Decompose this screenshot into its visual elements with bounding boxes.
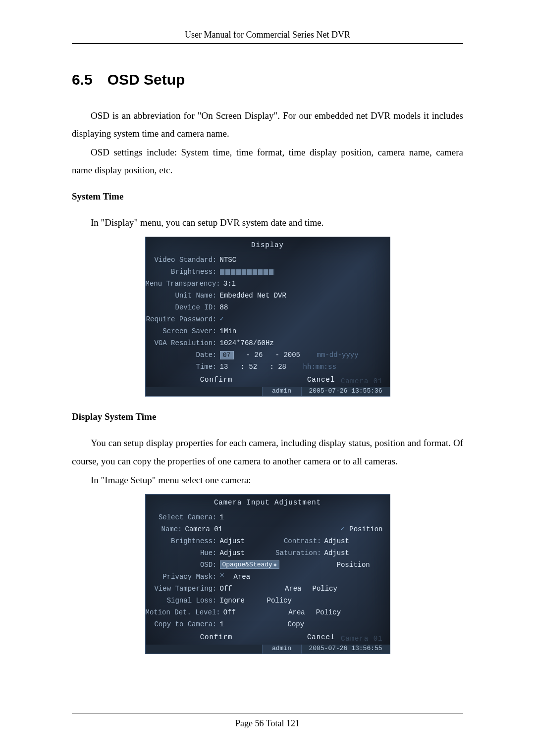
require-password-checkbox[interactable]: [220, 316, 227, 323]
value-video-standard[interactable]: NTSC: [220, 256, 237, 264]
time-hour[interactable]: 13: [220, 363, 228, 371]
cancel-button[interactable]: Cancel: [307, 376, 335, 384]
statusbar-display: admin 2005-07-26 13:55:36: [146, 387, 390, 396]
time-sec[interactable]: 28: [278, 363, 286, 371]
brightness-slider[interactable]: [220, 269, 274, 275]
page-footer: Page 56 Total 121: [72, 713, 463, 729]
label-contrast: Contrast:: [267, 537, 324, 545]
section-number: 6.5: [72, 71, 93, 88]
date-year[interactable]: 2005: [283, 351, 300, 359]
label-vga-resolution: VGA Resolution:: [146, 339, 220, 347]
footer-page-label: Page: [235, 718, 253, 728]
sl-policy-button[interactable]: Policy: [267, 597, 292, 605]
date-day[interactable]: 26: [255, 351, 263, 359]
motion-area-button[interactable]: Area: [270, 608, 305, 616]
label-unit-name: Unit Name:: [146, 292, 220, 300]
label-copy-to: Copy to Camera:: [146, 620, 220, 628]
camera-title: Camera Input Adjustment: [146, 495, 390, 511]
label-hue: Hue:: [146, 549, 220, 557]
confirm-button-2[interactable]: Confirm: [200, 633, 233, 641]
date-format: mm-dd-yyyy: [317, 351, 359, 359]
label-require-password: Require Password:: [146, 315, 220, 323]
signal-loss-value[interactable]: Ignore: [220, 597, 267, 605]
body-paragraph-1: OSD is an abbreviation for "On Screen Di…: [72, 107, 463, 143]
time-min[interactable]: 52: [249, 363, 257, 371]
body-paragraph-2: OSD settings include: System time, time …: [72, 144, 463, 179]
display-title: Display: [146, 237, 390, 254]
footer-page-num: 56: [255, 718, 264, 728]
select-camera-value[interactable]: 1: [220, 513, 224, 521]
label-privacy-mask: Privacy Mask:: [146, 573, 220, 581]
saturation-adjust-button[interactable]: Adjust: [324, 549, 349, 557]
view-tampering-value[interactable]: Off: [220, 585, 267, 593]
label-view-tampering: View Tampering:: [146, 585, 220, 593]
label-name: Name:: [146, 525, 185, 533]
footer-total-num: 121: [286, 718, 300, 728]
subheading-display-system-time: Display System Time: [72, 411, 463, 422]
figure-camera-menu: Camera Input Adjustment Select Camera:1 …: [72, 494, 463, 654]
time-sep-1: :: [241, 363, 245, 371]
section-title: OSD Setup: [107, 71, 185, 88]
dvr-camera-menu: Camera Input Adjustment Select Camera:1 …: [145, 494, 390, 654]
copy-button[interactable]: Copy: [288, 620, 305, 628]
time-sep-2: :: [269, 363, 273, 371]
motion-value[interactable]: Off: [223, 608, 270, 616]
footer-total-label: Total: [266, 718, 284, 728]
privacy-area-button[interactable]: Area: [234, 573, 251, 581]
hue-adjust-button[interactable]: Adjust: [220, 549, 267, 557]
contrast-adjust-button[interactable]: Adjust: [324, 537, 349, 545]
osd-mode-select[interactable]: Opaque&Steady◆: [220, 560, 279, 569]
vt-area-button[interactable]: Area: [267, 585, 302, 593]
time-field[interactable]: 13 : 52 : 28 hh:mm:ss: [220, 363, 336, 371]
section-heading: 6.5OSD Setup: [72, 71, 463, 88]
cancel-button-2[interactable]: Cancel: [307, 633, 335, 641]
value-unit-name[interactable]: Embedded Net DVR: [220, 292, 286, 300]
vt-policy-button[interactable]: Policy: [313, 585, 337, 593]
body-paragraph-3: In "Display" menu, you can setup DVR sys…: [72, 214, 463, 232]
date-month-input[interactable]: 07: [220, 351, 234, 359]
motion-policy-button[interactable]: Policy: [316, 608, 341, 616]
subheading-system-time: System Time: [72, 191, 463, 202]
label-saturation: Saturation:: [267, 549, 324, 557]
status-timestamp-2: 2005-07-26 13:56:55: [302, 645, 390, 654]
page-container: User Manual for Commercial Series Net DV…: [0, 0, 535, 756]
label-time: Time:: [146, 363, 220, 371]
body-paragraph-4: You can setup display properties for eac…: [72, 434, 463, 470]
camera-name-input[interactable]: Camera 01: [185, 525, 341, 533]
label-device-id: Device ID:: [146, 303, 220, 311]
page-content: 6.5OSD Setup OSD is an abbreviation for …: [72, 71, 463, 654]
name-position-button[interactable]: Position: [349, 525, 382, 533]
date-sep-1: -: [246, 351, 250, 359]
label-menu-transparency: Menu Transparency:: [146, 280, 223, 288]
brightness-adjust-button[interactable]: Adjust: [220, 537, 267, 545]
value-vga-resolution[interactable]: 1024*768/60Hz: [220, 339, 274, 347]
label-date: Date:: [146, 351, 220, 359]
position-checkbox[interactable]: [340, 526, 347, 533]
value-device-id[interactable]: 88: [220, 303, 228, 311]
dvr-display-menu: Display Video Standard:NTSC Brightness: …: [145, 237, 390, 397]
confirm-button[interactable]: Confirm: [200, 376, 233, 384]
value-screen-saver[interactable]: 1Min: [220, 327, 237, 335]
spinner-icon: ◆: [273, 562, 277, 568]
copy-to-value[interactable]: 1: [220, 620, 267, 628]
status-user-2: admin: [262, 645, 302, 654]
running-header: User Manual for Commercial Series Net DV…: [72, 30, 463, 44]
label-screen-saver: Screen Saver:: [146, 327, 220, 335]
label-signal-loss: Signal Loss:: [146, 597, 220, 605]
label-select-camera: Select Camera:: [146, 513, 220, 521]
label-brightness: Brightness:: [146, 268, 220, 276]
body-paragraph-5: In "Image Setup" menu select one camera:: [72, 471, 463, 489]
statusbar-camera: admin 2005-07-26 13:56:55: [146, 645, 390, 654]
label-brightness2: Brightness:: [146, 537, 220, 545]
value-menu-transparency[interactable]: 3:1: [223, 280, 236, 288]
label-motion: Motion Det. Level:: [146, 608, 223, 616]
status-timestamp: 2005-07-26 13:55:36: [302, 387, 390, 396]
osd-position-button[interactable]: Position: [337, 561, 370, 569]
label-osd: OSD:: [146, 561, 220, 569]
date-sep-2: -: [275, 351, 279, 359]
date-field[interactable]: 07 - 26 - 2005 mm-dd-yyyy: [220, 351, 359, 359]
label-video-standard: Video Standard:: [146, 256, 220, 264]
privacy-mask-checkbox[interactable]: [220, 573, 227, 580]
figure-display-menu: Display Video Standard:NTSC Brightness: …: [72, 237, 463, 397]
status-user: admin: [262, 387, 302, 396]
